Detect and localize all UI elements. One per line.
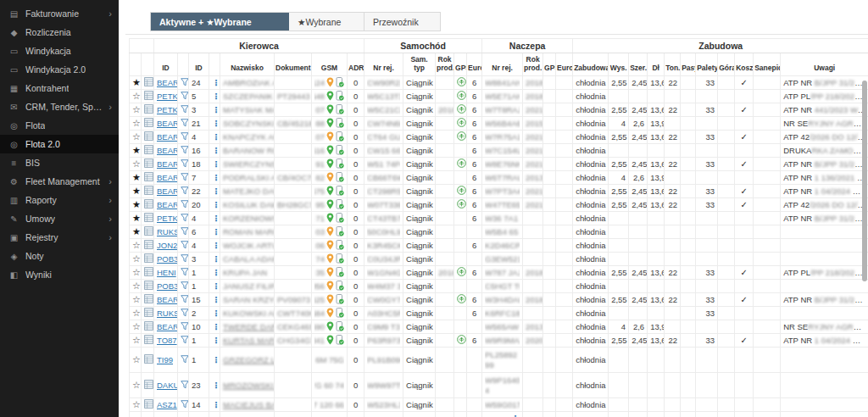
filter-icon[interactable] [181,120,189,129]
driver-menu-icon[interactable]: ⋮ [212,322,220,331]
driver-menu-icon[interactable]: ⋮ [212,336,220,345]
driver-menu-icon[interactable]: ⋮ [212,355,220,364]
details-icon[interactable] [144,92,153,102]
sidebar-item-kontrahent[interactable]: ▦Kontrahent [0,79,119,97]
filter-icon[interactable] [181,401,189,410]
driver-id-link[interactable]: JON2 [157,241,177,250]
column-header-dł[interactable]: Dł [648,53,665,76]
driver-menu-icon[interactable]: ⋮ [212,381,220,390]
filter-icon[interactable] [181,201,189,210]
tab-aktywne-wybrane[interactable]: Aktywne + ★Wybrane [151,13,289,31]
sidebar-item-wyniki[interactable]: ◧Wyniki [0,265,119,284]
details-icon[interactable] [144,401,153,410]
column-header-id[interactable]: ID [189,53,209,76]
details-icon[interactable] [144,242,153,251]
trailer-menu-icon[interactable]: ⋮ [518,214,520,223]
details-icon[interactable] [144,228,153,237]
details-icon[interactable] [144,255,153,264]
column-header-pasy[interactable]: Pasy [681,53,696,76]
details-icon[interactable] [144,282,153,292]
column-header-palety[interactable]: Palety [696,53,718,76]
filter-icon[interactable] [181,269,189,278]
tab-przewoznik[interactable]: Przewoźnik [364,13,440,31]
column-header-szer-[interactable]: Szer. [629,53,648,76]
sidebar-item-fakturowanie[interactable]: ▤Fakturowanie› [0,4,119,23]
filter-icon[interactable] [181,336,189,346]
favorite-star-icon[interactable]: ☆ [132,118,141,128]
favorite-star-icon[interactable]: ☆ [132,335,141,345]
column-header-gsm[interactable]: GSM [312,53,348,76]
column-header-nr-rej-[interactable]: Nr rej. [482,53,523,76]
filter-icon[interactable] [181,296,189,305]
details-icon[interactable] [144,187,153,197]
favorite-star-icon[interactable]: ☆ [132,104,141,114]
column-header-euro[interactable]: Euro [556,53,573,76]
column-header-wys-[interactable]: Wys. [609,53,629,76]
filter-icon[interactable] [181,92,189,102]
details-icon[interactable] [144,296,153,305]
driver-id-link[interactable]: BEAR [157,322,178,331]
driver-id-link[interactable]: RUKS [157,309,178,318]
driver-id-link[interactable]: BEAR [157,146,178,155]
favorite-star-icon[interactable]: ☆ [132,380,141,390]
trailer-menu-icon[interactable]: ⋮ [511,414,520,417]
sidebar-item-fleet-management[interactable]: ⚙Fleet Management› [0,172,119,191]
sidebar-item-flota[interactable]: ◎Flota [0,116,119,135]
filter-icon[interactable] [181,323,189,332]
driver-id-link[interactable]: PETK [157,214,178,223]
driver-id-link[interactable]: ASZ1 [157,400,177,409]
favorite-star-icon[interactable]: ☆ [132,281,141,291]
column-header-sanepid[interactable]: Sanepid [754,53,781,76]
driver-menu-icon[interactable]: ⋮ [212,281,220,291]
driver-menu-icon[interactable]: ⋮ [212,309,220,318]
favorite-star-icon[interactable]: ☆ [132,294,141,304]
details-icon[interactable] [144,147,153,156]
driver-id-link[interactable]: HENI [157,268,176,277]
sidebar-item-noty[interactable]: ◈Noty [0,247,119,265]
favorite-star-icon[interactable]: ☆ [132,131,141,142]
driver-id-link[interactable]: TI99 [157,355,173,364]
driver-id-link[interactable]: PETK [157,105,178,114]
sidebar-item-umowy[interactable]: ✎Umowy› [0,209,119,228]
column-header-gps[interactable]: GPS [543,53,556,76]
driver-id-link[interactable]: BEAR [157,173,178,182]
favorite-star-icon[interactable]: ☆ [132,91,141,101]
filter-icon[interactable] [181,309,189,319]
driver-menu-icon[interactable]: ⋮ [212,295,220,304]
filter-icon[interactable] [181,381,189,391]
driver-menu-icon[interactable]: ⋮ [212,214,220,223]
filter-icon[interactable] [181,133,189,142]
filter-icon[interactable] [181,214,189,224]
filter-icon[interactable] [181,187,189,197]
details-icon[interactable] [144,79,153,88]
tab-wybrane[interactable]: ★Wybrane [289,13,364,31]
details-icon[interactable] [144,120,153,129]
column-header-kosz[interactable]: Kosz [735,53,754,76]
driver-id-link[interactable]: POB3 [157,254,178,264]
favorite-star-icon[interactable]: ★ [132,145,141,155]
column-header-gps[interactable]: GPS [454,53,467,76]
column-header-rok-prod-[interactable]: Rok prod. [523,53,543,76]
vertical-scrollbar[interactable] [862,81,867,281]
filter-icon[interactable] [181,282,189,292]
favorite-star-icon[interactable]: ★ [132,213,141,223]
driver-id-link[interactable]: PETK [157,92,178,101]
driver-menu-icon[interactable]: ⋮ [212,146,220,155]
trailer-menu-icon[interactable]: ⋮ [518,228,520,236]
column-header-dokument[interactable]: Dokument [275,53,312,76]
driver-menu-icon[interactable]: ⋮ [212,227,220,236]
favorite-star-icon[interactable]: ★ [132,77,141,87]
driver-id-link[interactable]: BEAR [157,186,178,196]
driver-menu-icon[interactable]: ⋮ [212,159,220,169]
favorite-star-icon[interactable]: ☆ [132,240,141,250]
driver-id-link[interactable]: BEAR [157,159,178,169]
driver-menu-icon[interactable]: ⋮ [212,105,220,114]
filter-icon[interactable] [181,356,189,365]
favorite-star-icon[interactable]: ☆ [132,267,141,277]
favorite-star-icon[interactable]: ★ [132,186,141,196]
driver-menu-icon[interactable]: ⋮ [212,186,220,196]
favorite-star-icon[interactable]: ★ [132,226,141,236]
details-icon[interactable] [144,214,153,224]
details-icon[interactable] [144,356,153,365]
sidebar-item-crm[interactable]: ✉CRM, Tender, Spedycja/...› [0,97,119,116]
